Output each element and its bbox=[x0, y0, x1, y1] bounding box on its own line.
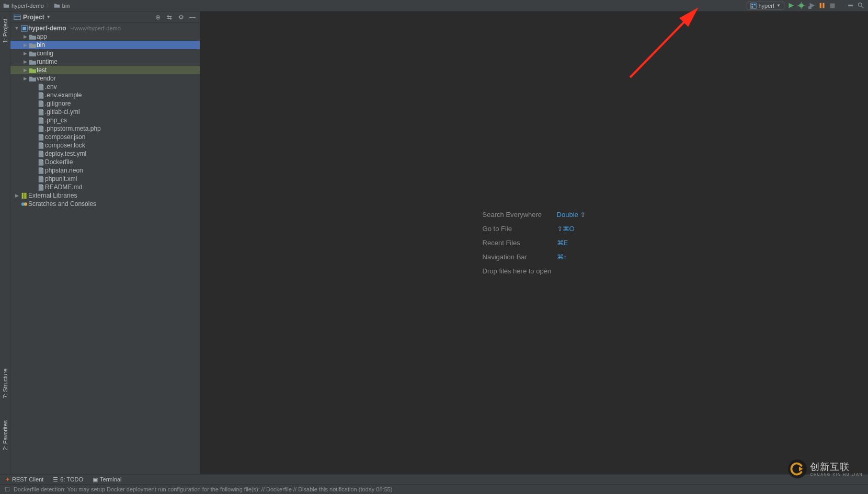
tree-item-label: deploy.test.yml bbox=[45, 150, 86, 158]
favorites-tool-tab[interactable]: 2: Favorites bbox=[1, 417, 9, 453]
svg-point-4 bbox=[799, 3, 803, 7]
expand-arrow-icon[interactable]: ▶ bbox=[22, 32, 28, 41]
project-tree[interactable]: ▼hyperf-demo~/www/hyperf-demo▶app▶bin▶co… bbox=[10, 23, 200, 474]
tree-file[interactable]: Dockerfile bbox=[10, 158, 200, 166]
tree-file[interactable]: phpstan.neon bbox=[10, 166, 200, 175]
tree-item-label: Dockerfile bbox=[45, 158, 73, 166]
tree-item-label: composer.lock bbox=[45, 141, 85, 150]
tree-item-label: .php_cs bbox=[45, 116, 67, 124]
structure-tool-tab[interactable]: 7: Structure bbox=[1, 365, 9, 401]
breadcrumb-child[interactable]: bin bbox=[62, 3, 70, 9]
profiler-button[interactable] bbox=[818, 2, 826, 10]
folder-icon bbox=[28, 59, 37, 65]
chevron-down-icon: ▼ bbox=[776, 3, 781, 8]
module-icon bbox=[20, 25, 28, 32]
file-icon bbox=[37, 151, 45, 157]
terminal-icon: ▣ bbox=[93, 476, 98, 483]
debug-button[interactable] bbox=[797, 2, 805, 10]
tree-folder-config[interactable]: ▶config bbox=[10, 49, 200, 58]
expand-arrow-icon[interactable]: ▶ bbox=[22, 74, 28, 83]
hint-nav-label: Navigation Bar bbox=[483, 253, 551, 261]
todo-tab[interactable]: ☰ 6: TODO bbox=[53, 476, 83, 483]
tree-file[interactable]: .env.example bbox=[10, 91, 200, 99]
expand-arrow-icon[interactable]: ▶ bbox=[14, 191, 20, 200]
stop-button[interactable] bbox=[828, 2, 837, 10]
tree-item-label: phpunit.xml bbox=[45, 175, 77, 183]
tree-item-label: .env.example bbox=[45, 91, 82, 99]
chevron-down-icon: ▼ bbox=[47, 15, 51, 19]
file-icon bbox=[37, 167, 45, 174]
tree-file[interactable]: .phpstorm.meta.php bbox=[10, 124, 200, 133]
rocket-icon: ✦ bbox=[5, 476, 10, 483]
svg-rect-9 bbox=[808, 6, 812, 9]
hint-goto-key: ⇧⌘O bbox=[557, 225, 575, 233]
hide-panel-icon[interactable]: — bbox=[188, 13, 197, 21]
tree-item-label: phpstan.neon bbox=[45, 166, 83, 175]
project-root[interactable]: ▼hyperf-demo~/www/hyperf-demo bbox=[10, 24, 200, 32]
tree-file[interactable]: .php_cs bbox=[10, 116, 200, 124]
expand-arrow-icon[interactable]: ▶ bbox=[22, 66, 28, 74]
run-button[interactable] bbox=[786, 2, 795, 10]
expand-arrow-icon[interactable]: ▶ bbox=[22, 41, 28, 49]
project-tool-tab[interactable]: 1: Project bbox=[1, 16, 9, 46]
tree-item-label: .gitlab-ci.yml bbox=[45, 108, 80, 116]
svg-line-15 bbox=[861, 6, 863, 8]
hint-recent-key: ⌘E bbox=[557, 239, 568, 247]
tree-file[interactable]: phpunit.xml bbox=[10, 175, 200, 183]
file-icon bbox=[37, 84, 45, 90]
tree-file[interactable]: .gitignore bbox=[10, 99, 200, 108]
expand-arrow-icon[interactable]: ▶ bbox=[22, 58, 28, 66]
breadcrumb[interactable]: hyperf-demo 〉 bin bbox=[3, 2, 70, 9]
locate-icon[interactable]: ⊕ bbox=[154, 13, 162, 21]
tree-file[interactable]: composer.json bbox=[10, 133, 200, 141]
external-libraries[interactable]: ▶External Libraries bbox=[10, 191, 200, 200]
tree-item-label: External Libraries bbox=[28, 191, 77, 200]
tree-item-label: .env bbox=[45, 83, 57, 91]
tree-file[interactable]: .gitlab-ci.yml bbox=[10, 108, 200, 116]
list-icon: ☰ bbox=[53, 476, 58, 483]
svg-point-14 bbox=[858, 3, 862, 7]
tree-folder-runtime[interactable]: ▶runtime bbox=[10, 58, 200, 66]
git-tool-icon[interactable] bbox=[846, 2, 854, 10]
tree-item-label: composer.json bbox=[45, 133, 85, 141]
event-log-icon[interactable]: ☐ bbox=[3, 486, 12, 493]
project-panel-header: Project ▼ ⊕ ⇆ ⚙ — bbox=[10, 12, 200, 23]
tree-item-label: Scratches and Consoles bbox=[28, 200, 96, 208]
project-panel: Project ▼ ⊕ ⇆ ⚙ — ▼hyperf-demo~/www/hype… bbox=[10, 12, 200, 474]
tree-file[interactable]: .env bbox=[10, 83, 200, 91]
collapse-all-icon[interactable]: ⇆ bbox=[165, 13, 174, 21]
tree-item-label: .gitignore bbox=[45, 99, 71, 108]
scratches-consoles[interactable]: Scratches and Consoles bbox=[10, 200, 200, 208]
breadcrumb-root[interactable]: hyperf-demo bbox=[12, 3, 44, 9]
rest-client-tab[interactable]: ✦ REST Client bbox=[5, 476, 43, 483]
tree-item-label: .phpstorm.meta.php bbox=[45, 124, 101, 133]
status-message[interactable]: Dockerfile detection: You may setup Dock… bbox=[14, 486, 393, 492]
terminal-tab[interactable]: ▣ Terminal bbox=[93, 476, 122, 483]
watermark-text: 创新互联 bbox=[810, 462, 863, 472]
tree-file[interactable]: deploy.test.yml bbox=[10, 150, 200, 158]
expand-arrow-icon[interactable]: ▶ bbox=[22, 49, 28, 58]
tree-folder-bin[interactable]: ▶bin bbox=[10, 41, 200, 49]
tree-item-label: README.md bbox=[45, 183, 82, 191]
tree-folder-test[interactable]: ▶test bbox=[10, 66, 200, 74]
expand-arrow-icon[interactable]: ▼ bbox=[14, 24, 20, 32]
hint-search-label: Search Everywhere bbox=[483, 211, 551, 219]
gear-icon[interactable]: ⚙ bbox=[177, 13, 185, 21]
tree-file[interactable]: composer.lock bbox=[10, 141, 200, 150]
file-icon bbox=[37, 142, 45, 149]
panel-title[interactable]: Project ▼ bbox=[14, 14, 51, 21]
svg-rect-20 bbox=[21, 192, 22, 198]
tree-item-label: bin bbox=[37, 41, 45, 49]
run-configuration-selector[interactable]: hyperf ▼ bbox=[747, 2, 785, 10]
status-bar: ☐ Dockerfile detection: You may setup Do… bbox=[0, 485, 868, 494]
svg-rect-22 bbox=[25, 192, 26, 198]
search-icon[interactable] bbox=[856, 2, 865, 10]
tree-file[interactable]: README.md bbox=[10, 183, 200, 191]
svg-rect-3 bbox=[751, 6, 753, 7]
tree-folder-app[interactable]: ▶app bbox=[10, 32, 200, 41]
tree-folder-vendor[interactable]: ▶vendor bbox=[10, 74, 200, 83]
tree-item-label: app bbox=[37, 32, 47, 41]
editor-area[interactable]: Search EverywhereDouble ⇧ Go to File⇧⌘O … bbox=[200, 12, 868, 474]
coverage-button[interactable] bbox=[807, 2, 816, 10]
svg-rect-1 bbox=[751, 4, 753, 5]
